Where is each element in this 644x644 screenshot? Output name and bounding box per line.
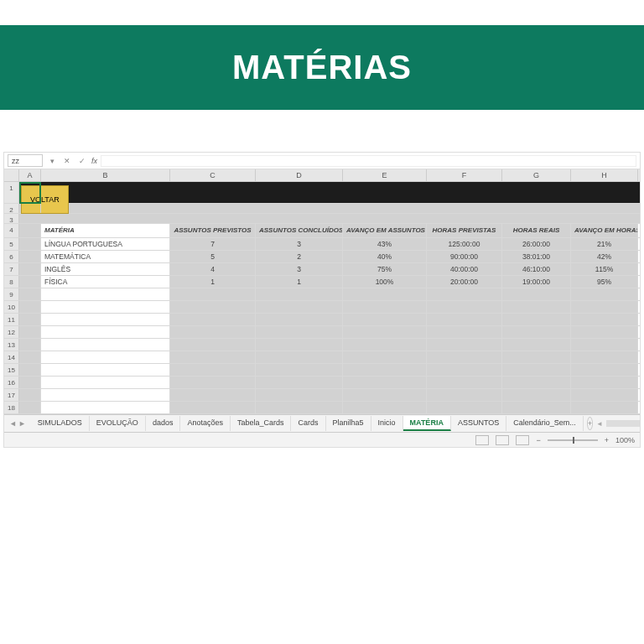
header-ah[interactable]: AVANÇO EM HORAS xyxy=(571,224,638,237)
name-box[interactable]: zz xyxy=(8,154,43,167)
cell-materia[interactable]: INGLÊS xyxy=(41,263,170,275)
cell-ac[interactable]: 1 xyxy=(256,276,343,288)
fx-icon[interactable]: fx xyxy=(91,157,97,165)
tab-scroll: ◄ ► xyxy=(596,420,644,428)
cell[interactable] xyxy=(256,182,343,203)
cell-ap[interactable]: 5 xyxy=(170,251,256,262)
col-header[interactable]: G xyxy=(502,169,571,181)
header-materia[interactable]: MATÉRIA xyxy=(41,224,170,237)
cell-aa[interactable]: 40% xyxy=(343,251,427,262)
cell[interactable] xyxy=(170,182,256,203)
tab-prev-icon[interactable]: ◄ xyxy=(9,419,17,428)
row-number[interactable]: 15 xyxy=(4,364,19,376)
cell-materia[interactable]: FÍSICA xyxy=(41,276,170,288)
cell-hp[interactable]: 40:00:00 xyxy=(427,263,502,275)
sheet-tab[interactable]: Inicio xyxy=(371,416,403,431)
header-ap[interactable]: ASSUNTOS PREVISTOS xyxy=(170,224,256,237)
cell[interactable] xyxy=(571,182,638,203)
row-number[interactable]: 17 xyxy=(4,389,19,401)
cell-aa[interactable]: 100% xyxy=(343,276,427,288)
sheet-tab[interactable]: Cards xyxy=(291,416,325,431)
cell-ac[interactable]: 3 xyxy=(256,238,343,250)
sheet-tab[interactable]: dados xyxy=(146,416,181,431)
view-break-icon[interactable] xyxy=(516,435,529,445)
cell-materia[interactable]: LÍNGUA PORTUGUESA xyxy=(41,238,170,250)
col-header[interactable]: H xyxy=(571,169,638,181)
cell[interactable] xyxy=(427,182,502,203)
tab-next-icon[interactable]: ► xyxy=(18,419,26,428)
sheet-tab[interactable]: Calendário_Sem... xyxy=(506,416,584,431)
zoom-level[interactable]: 100% xyxy=(615,436,635,444)
cell[interactable]: VOLTAR xyxy=(41,182,170,203)
sheet-tab[interactable]: ASSUNTOS xyxy=(451,416,506,431)
cell[interactable] xyxy=(502,182,571,203)
col-header[interactable]: B xyxy=(41,169,170,181)
col-header[interactable]: E xyxy=(343,169,427,181)
cell-ah[interactable]: 115% xyxy=(571,263,638,275)
row-number[interactable]: 9 xyxy=(4,288,19,300)
row-number[interactable]: 14 xyxy=(4,351,19,363)
dropdown-icon[interactable]: ▾ xyxy=(46,157,58,165)
view-normal-icon[interactable] xyxy=(475,435,489,445)
row-number[interactable]: 3 xyxy=(4,214,19,223)
row-number[interactable]: 12 xyxy=(4,326,19,338)
formula-input[interactable] xyxy=(101,155,636,167)
col-header[interactable]: D xyxy=(256,169,343,181)
zoom-in-icon[interactable]: + xyxy=(605,436,609,444)
sheet-tab[interactable]: Tabela_Cards xyxy=(231,416,292,431)
row-number[interactable]: 18 xyxy=(4,402,19,413)
cell-ah[interactable]: 95% xyxy=(571,276,638,288)
view-layout-icon[interactable] xyxy=(496,435,509,445)
col-header[interactable]: A xyxy=(19,169,41,181)
cell-hr[interactable]: 26:00:00 xyxy=(502,238,571,250)
row-number[interactable]: 1 xyxy=(4,182,19,203)
cell-hr[interactable]: 19:00:00 xyxy=(502,276,571,288)
col-header[interactable]: C xyxy=(170,169,256,181)
row-number[interactable]: 10 xyxy=(4,301,19,313)
cancel-icon[interactable]: ✕ xyxy=(61,157,73,165)
cell-ap[interactable]: 4 xyxy=(170,263,256,275)
row-number[interactable]: 7 xyxy=(4,263,19,275)
header-aa[interactable]: AVANÇO EM ASSUNTOS xyxy=(343,224,427,237)
header-hr[interactable]: HORAS REAIS xyxy=(502,224,571,237)
cell-ac[interactable]: 2 xyxy=(256,251,343,262)
row-number[interactable]: 13 xyxy=(4,339,19,351)
cell-aa[interactable]: 43% xyxy=(343,238,427,250)
scroll-left-icon[interactable]: ◄ xyxy=(596,420,603,428)
cell-hp[interactable]: 90:00:00 xyxy=(427,251,502,262)
cell-hr[interactable]: 38:01:00 xyxy=(502,251,571,262)
confirm-icon[interactable]: ✓ xyxy=(76,157,88,165)
cell-ap[interactable]: 1 xyxy=(170,276,256,288)
cell-ah[interactable]: 42% xyxy=(571,251,638,262)
new-sheet-button[interactable]: + xyxy=(587,417,593,430)
cell-ac[interactable]: 3 xyxy=(256,263,343,275)
row-number[interactable]: 8 xyxy=(4,276,19,288)
cell-hp[interactable]: 20:00:00 xyxy=(427,276,502,288)
row-number[interactable]: 6 xyxy=(4,251,19,262)
cell-hr[interactable]: 46:10:00 xyxy=(502,263,571,275)
row-number[interactable]: 2 xyxy=(4,204,19,213)
cell[interactable] xyxy=(343,182,427,203)
hscrollbar[interactable] xyxy=(606,420,640,427)
zoom-out-icon[interactable]: − xyxy=(536,436,540,444)
cell-hp[interactable]: 125:00:00 xyxy=(427,238,502,250)
cell-materia[interactable]: MATEMÁTICA xyxy=(41,251,170,262)
select-all-corner[interactable] xyxy=(4,169,19,181)
sheet-tab[interactable]: Planilha5 xyxy=(326,416,371,431)
cell-ap[interactable]: 7 xyxy=(170,238,256,250)
cell-aa[interactable]: 75% xyxy=(343,263,427,275)
row-number[interactable]: 4 xyxy=(4,224,19,237)
sheet-tab[interactable]: Anotações xyxy=(180,416,231,431)
zoom-slider[interactable] xyxy=(548,439,598,441)
row-number[interactable]: 5 xyxy=(4,238,19,250)
spreadsheet-grid[interactable]: A B C D E F G H 1 VOLTAR xyxy=(4,169,640,414)
row-number[interactable]: 11 xyxy=(4,314,19,325)
cell-ah[interactable]: 21% xyxy=(571,238,638,250)
header-ac[interactable]: ASSUNTOS CONCLUÍDOS xyxy=(256,224,343,237)
header-hp[interactable]: HORAS PREVISTAS xyxy=(427,224,502,237)
col-header[interactable]: F xyxy=(427,169,502,181)
sheet-tab[interactable]: EVOLUÇÃO xyxy=(90,416,146,431)
row-number[interactable]: 16 xyxy=(4,377,19,388)
sheet-tab[interactable]: MATÉRIA xyxy=(403,416,451,431)
sheet-tab[interactable]: SIMULADOS xyxy=(31,416,90,431)
